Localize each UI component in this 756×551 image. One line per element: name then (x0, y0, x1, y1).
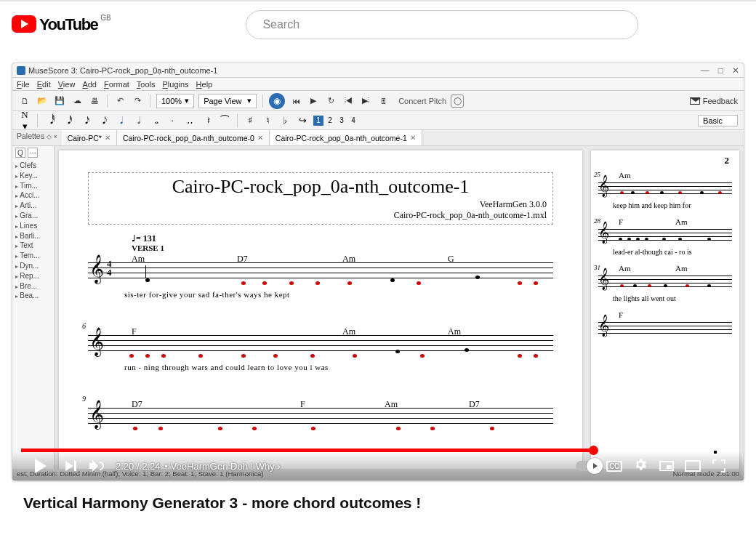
bar-number: 9 (82, 395, 86, 403)
menu-add[interactable]: Add (82, 80, 97, 89)
score-tab-2[interactable]: Cairo-PC-rock_pop_0a-nth_outcome-1✕ (270, 130, 422, 145)
loop-end-icon[interactable]: ▶⦙ (359, 94, 372, 108)
print-icon[interactable]: 🖶 (88, 94, 101, 108)
settings-button[interactable] (627, 453, 654, 479)
feedback-button[interactable]: Feedback (690, 97, 738, 105)
treble-clef-icon: 𝄞 (89, 402, 104, 427)
bar-number: 6 (82, 322, 86, 330)
palette-item[interactable]: Rep... (15, 271, 51, 281)
tempo-marking: ♩= 131 (132, 233, 156, 244)
ms-toolbar-main: 🗋 📂 💾 ☁ 🖶 ↶ ↷ 100%▾ Page View▾ ◉ ⏮ ▶ ↻ ⦙… (12, 91, 744, 111)
rewind-icon[interactable]: ⏮ (289, 94, 302, 108)
redo-icon[interactable]: ↷ (131, 94, 144, 108)
flip-icon[interactable]: ↪ (296, 115, 309, 126)
cloud-icon[interactable]: ☁ (71, 94, 84, 108)
menu-format[interactable]: Format (104, 80, 129, 89)
close-icon[interactable]: ✕ (732, 65, 739, 76)
palette-item[interactable]: Barli... (15, 231, 51, 241)
note-quarter-icon[interactable]: 𝅘𝅥 (113, 115, 126, 126)
palette-item[interactable]: Key... (15, 171, 51, 181)
menu-help[interactable]: Help (196, 80, 213, 89)
envelope-icon (690, 97, 700, 105)
palette-item[interactable]: Text (15, 241, 51, 251)
open-file-icon[interactable]: 📂 (36, 94, 49, 108)
palette-panel[interactable]: Q ⋯ Clefs Key... Tim... Acci... Arti... … (12, 146, 55, 481)
miniplayer-button[interactable] (654, 453, 680, 479)
note-8th-icon[interactable]: 𝅘𝅥𝅮 (96, 115, 109, 126)
treble-clef-icon: 𝄞 (89, 257, 104, 281)
zoom-dropdown[interactable]: 100%▾ (156, 94, 194, 108)
view-mode-dropdown[interactable]: Page View▾ (198, 94, 257, 108)
rest-icon[interactable]: 𝄽 (201, 115, 214, 126)
staff: 𝄞 (88, 403, 553, 433)
save-icon[interactable]: 💾 (53, 94, 66, 108)
image-capture-icon[interactable]: ◯ (451, 94, 464, 108)
sharp-icon[interactable]: ♯ (244, 115, 257, 126)
concert-pitch-button[interactable]: Concert Pitch (398, 97, 446, 105)
palette-item[interactable]: Dyn... (15, 261, 51, 271)
tie-icon[interactable]: ⁀ (218, 115, 231, 126)
fullscreen-button[interactable] (706, 453, 732, 479)
video-player[interactable]: MuseScore 3: Cairo-PC-rock_pop_0a-nth_ou… (12, 63, 744, 481)
loop-icon[interactable]: ↻ (324, 94, 337, 108)
loop-start-icon[interactable]: ⦙◀ (342, 94, 355, 108)
yt-logo[interactable]: YouTube GB (12, 15, 111, 34)
menu-tools[interactable]: Tools (137, 80, 156, 89)
yt-logo-play-icon (12, 15, 36, 33)
palette-search-icon[interactable]: Q (15, 148, 25, 158)
metronome-icon[interactable]: ◉ (269, 93, 285, 109)
new-file-icon[interactable]: 🗋 (18, 94, 31, 108)
palette-item[interactable]: Tim... (15, 181, 51, 191)
score-title-frame[interactable]: Cairo-PC-rock_pop_0a-nth_outcome-1 VeeHa… (88, 172, 553, 225)
lyrics-row: sis-ter for-give your sad fa-ther's ways… (124, 290, 550, 299)
palette-item[interactable]: Tem... (15, 251, 51, 261)
menu-view[interactable]: View (58, 80, 76, 89)
palette-more-icon[interactable]: ⋯ (28, 148, 38, 158)
search-input[interactable] (261, 17, 623, 32)
theater-button[interactable] (680, 453, 706, 479)
play-button[interactable] (24, 453, 57, 479)
note-16th-icon[interactable]: 𝅘𝅥𝅯 (79, 115, 92, 126)
gear-icon (633, 457, 648, 475)
score-tab-1[interactable]: Cairo-PC-rock_pop_0a-nth_outcome-0✕ (117, 130, 270, 145)
palette-item[interactable]: Acci... (15, 190, 51, 201)
palette-item[interactable]: Gra... (15, 211, 51, 221)
maximize-icon[interactable]: □ (718, 65, 723, 76)
menu-file[interactable]: File (17, 80, 30, 89)
note-half-icon[interactable]: 𝅗𝅥 (131, 115, 144, 126)
menu-plugins[interactable]: Plugins (163, 80, 189, 89)
note-whole-icon[interactable]: 𝅝 (148, 115, 161, 126)
volume-button[interactable] (84, 453, 110, 479)
next-button[interactable] (57, 453, 84, 479)
palette-item[interactable]: Bea... (15, 291, 51, 301)
workspace-dropdown[interactable]: Basic (698, 115, 738, 126)
chapter-display[interactable]: • VeeHarmGen Doh ! Why › (164, 461, 280, 472)
verse-label: VERSE 1 (132, 244, 164, 252)
menu-edit[interactable]: Edit (37, 80, 51, 89)
palette-item[interactable]: Lines (15, 221, 51, 231)
cc-button[interactable]: CC (601, 453, 627, 479)
score-canvas[interactable]: Cairo-PC-rock_pop_0a-nth_outcome-1 VeeHa… (55, 146, 744, 481)
mixer-icon[interactable]: 🎚 (377, 94, 390, 108)
natural-icon[interactable]: ♮ (261, 115, 274, 126)
autoplay-toggle[interactable] (575, 453, 601, 479)
dot-icon[interactable]: · (166, 115, 179, 126)
score-tab-0[interactable]: Cairo-PC*✕ (62, 130, 117, 145)
note-64th-icon[interactable]: 𝅘𝅥𝅱 (44, 115, 57, 126)
note-32nd-icon[interactable]: 𝅘𝅥𝅰 (61, 115, 74, 126)
note-input-mode-icon[interactable]: N ▾ (18, 109, 31, 132)
palette-item[interactable]: Clefs (15, 161, 51, 171)
treble-clef-icon: 𝄞 (89, 329, 104, 354)
ms-toolbar-note-input: N ▾ 𝅘𝅥𝅱 𝅘𝅥𝅰 𝅘𝅥𝅯 𝅘𝅥𝅮 𝅘𝅥 𝅗𝅥 𝅝 · ‥ 𝄽 ⁀ ♯ ♮ … (12, 111, 744, 130)
palette-item[interactable]: Arti... (15, 201, 51, 211)
palette-item[interactable]: Bre... (15, 281, 51, 291)
flat-icon[interactable]: ♭ (278, 115, 291, 126)
search-box[interactable] (246, 10, 638, 39)
minimize-icon[interactable]: — (701, 65, 709, 76)
ms-window-title: MuseScore 3: Cairo-PC-rock_pop_0a-nth_ou… (28, 66, 217, 75)
score-page-2: 2 25 Am 𝄞 keep him and keep him for (591, 150, 739, 481)
undo-icon[interactable]: ↶ (113, 94, 126, 108)
dot2-icon[interactable]: ‥ (183, 115, 196, 126)
play-icon[interactable]: ▶ (307, 94, 320, 108)
voice-selector[interactable]: 1 2 3 4 (313, 116, 358, 126)
